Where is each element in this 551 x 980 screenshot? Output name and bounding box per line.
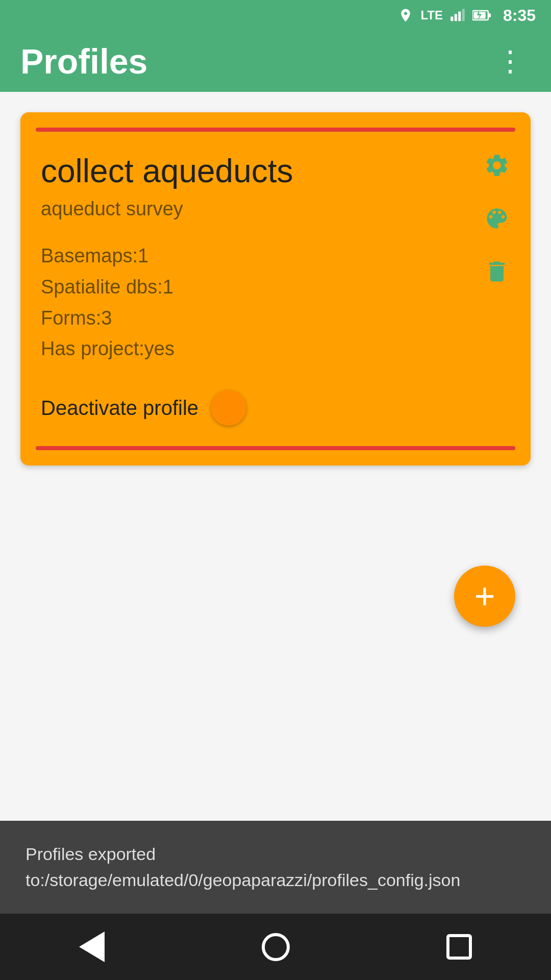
battery-icon [472,8,491,23]
svg-rect-1 [455,14,457,21]
profile-subtitle: aqueduct survey [41,198,484,220]
card-right-section [484,147,510,291]
recents-square-icon [446,934,472,960]
profile-name: collect aqueducts [41,152,484,190]
page-title: Profiles [20,41,147,81]
profile-card: collect aqueducts aqueduct survey Basema… [20,112,531,465]
back-button[interactable] [66,921,117,972]
settings-icon-button[interactable] [484,152,510,185]
svg-rect-6 [488,13,491,17]
deactivate-label: Deactivate profile [41,397,198,420]
overflow-menu-button[interactable]: ⋮ [491,42,531,81]
deactivate-section: Deactivate profile [20,380,531,441]
home-button[interactable] [250,921,301,972]
add-profile-button[interactable]: + [454,566,515,627]
content-wrapper: collect aqueducts aqueduct survey Basema… [0,92,551,821]
location-icon [398,8,413,23]
delete-icon-button[interactable] [484,258,510,291]
project-stat: Has project:yes [41,333,484,364]
card-body: collect aqueducts aqueduct survey Basema… [20,132,531,380]
profile-stats: Basemaps:1 Spatialite dbs:1 Forms:3 Has … [41,240,484,364]
basemaps-stat: Basemaps:1 [41,240,484,272]
lte-icon: LTE [420,8,443,22]
spatialite-stat: Spatialite dbs:1 [41,272,484,303]
status-time: 8:35 [503,6,536,25]
svg-rect-3 [462,9,465,21]
snackbar: Profiles exported to:/storage/emulated/0… [0,821,551,914]
palette-icon-button[interactable] [484,205,510,238]
card-top-divider [36,128,515,132]
signal-icon [450,8,465,23]
recents-button[interactable] [434,921,485,972]
nav-bar [0,914,551,980]
add-icon: + [474,578,495,614]
profile-toggle[interactable] [211,390,246,426]
app-bar: Profiles ⋮ [0,31,551,92]
snackbar-message: Profiles exported to:/storage/emulated/0… [26,844,460,890]
svg-rect-0 [450,17,453,21]
main-content: collect aqueducts aqueduct survey Basema… [0,92,551,486]
status-icons: LTE 8:35 [398,6,536,25]
back-arrow-icon [79,932,105,962]
svg-rect-2 [458,12,461,21]
status-bar: LTE 8:35 [0,0,551,31]
card-left-section: collect aqueducts aqueduct survey Basema… [41,147,484,364]
forms-stat: Forms:3 [41,303,484,334]
home-circle-icon [262,933,290,961]
card-bottom-divider [36,446,515,450]
